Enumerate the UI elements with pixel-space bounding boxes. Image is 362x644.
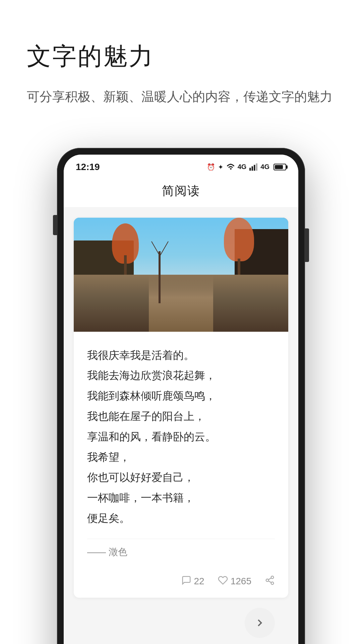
status-icons: ⏰ ✦ 4G — [207, 162, 286, 171]
wifi-icon — [226, 162, 235, 171]
like-icon — [218, 575, 228, 588]
app-title: 简阅读 — [162, 184, 200, 198]
comment-count: 22 — [194, 576, 204, 587]
phone-outer: 12:19 ⏰ ✦ 4G — [57, 148, 305, 644]
top-section: 文字的魅力 可分享积极、新颖、温暖人心的内容，传递文字的魅力 — [0, 0, 362, 128]
battery-icon — [274, 164, 286, 170]
phone-inner: 12:19 ⏰ ✦ 4G — [64, 155, 298, 644]
like-stat[interactable]: 1265 — [218, 575, 251, 588]
signal-bar-icon — [249, 162, 258, 171]
article-card[interactable]: 我很庆幸我是活着的。 我能去海边欣赏浪花起舞， 我能到森林倾听鹿颂鸟鸣， 我也能… — [74, 218, 288, 598]
svg-rect-0 — [249, 168, 251, 171]
svg-point-6 — [271, 582, 274, 585]
phone-wrapper: 12:19 ⏰ ✦ 4G — [0, 148, 362, 644]
svg-rect-3 — [256, 163, 257, 171]
card-author: —— 澂色 — [87, 539, 275, 558]
comment-icon — [181, 575, 191, 588]
app-header: 简阅读 — [64, 176, 298, 208]
card-text: 我很庆幸我是活着的。 我能去海边欣赏浪花起舞， 我能到森林倾听鹿颂鸟鸣， 我也能… — [87, 345, 275, 529]
main-title: 文字的魅力 — [27, 40, 335, 72]
share-stat[interactable] — [265, 575, 275, 588]
svg-point-4 — [271, 576, 274, 579]
card-footer: 22 1265 — [74, 569, 288, 598]
signal-4g-icon: 4G — [238, 163, 247, 171]
sub-title: 可分享积极、新颖、温暖人心的内容，传递文字的魅力 — [27, 86, 335, 108]
svg-rect-2 — [254, 165, 255, 171]
svg-rect-1 — [252, 166, 253, 171]
card-body: 我很庆幸我是活着的。 我能去海边欣赏浪花起舞， 我能到森林倾听鹿颂鸟鸣， 我也能… — [74, 332, 288, 569]
svg-line-8 — [268, 578, 272, 580]
like-count: 1265 — [231, 576, 251, 587]
svg-point-5 — [266, 579, 269, 582]
alarm-icon: ⏰ — [207, 163, 215, 171]
signal-4g2-icon: 4G — [260, 163, 269, 171]
status-bar: 12:19 ⏰ ✦ 4G — [64, 155, 298, 176]
share-icon — [265, 575, 275, 588]
content-area: 我很庆幸我是活着的。 我能去海边欣赏浪花起舞， 我能到森林倾听鹿颂鸟鸣， 我也能… — [64, 208, 298, 644]
svg-line-7 — [268, 581, 272, 583]
status-time: 12:19 — [76, 162, 100, 172]
comment-stat: 22 — [181, 575, 204, 588]
next-button[interactable] — [245, 608, 275, 638]
next-btn-wrapper — [74, 598, 288, 641]
bluetooth-icon: ✦ — [218, 163, 224, 171]
card-image — [74, 218, 288, 332]
